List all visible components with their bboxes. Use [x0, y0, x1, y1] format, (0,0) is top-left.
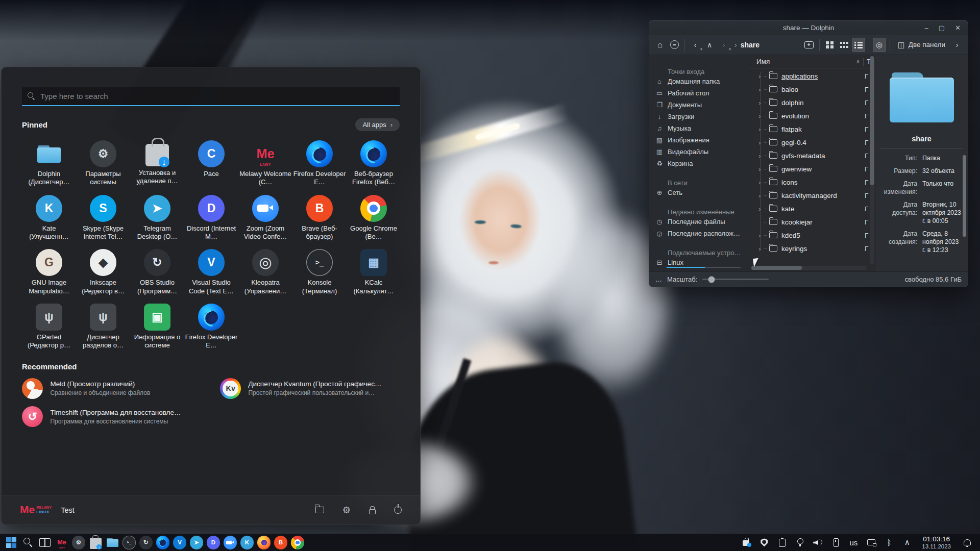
app-zoom[interactable]: Zoom (Zoom Video Confe… [238, 195, 292, 241]
notifications-bell-icon[interactable] [964, 539, 971, 545]
file-row[interactable]: › dolphin Г [749, 96, 875, 109]
app-system-settings[interactable]: ⚙ Параметры системы [76, 140, 130, 187]
back-button[interactable]: ‹ ▾ [689, 38, 702, 52]
settings-gear-icon[interactable]: ⚙ [342, 506, 351, 515]
keyboard-layout[interactable]: us [848, 537, 859, 547]
file-row[interactable]: › baloo Г [749, 83, 875, 96]
search-input[interactable] [39, 91, 395, 101]
file-row[interactable]: › kactivitymanagerd Г [749, 189, 875, 202]
task-konsole[interactable]: >_ [122, 536, 136, 550]
app-konsole[interactable]: >_ Konsole (Терминал) [292, 249, 347, 295]
task-obs[interactable]: ↻ [139, 536, 153, 550]
user-folder-button[interactable] [668, 38, 681, 52]
place-recent-files[interactable]: ◷ Последние файлы [649, 216, 749, 228]
breadcrumb[interactable]: › share [734, 41, 760, 49]
app-discord[interactable]: D Discord (Internet M… [184, 195, 238, 241]
task-firefox-developer[interactable] [156, 536, 170, 550]
places-header-network[interactable]: В сети [649, 173, 749, 187]
virtual-desktops[interactable] [38, 536, 52, 550]
updates-icon[interactable] [741, 537, 751, 547]
expand-icon[interactable]: › [756, 86, 763, 93]
expand-icon[interactable]: › [756, 165, 763, 173]
task-telegram[interactable]: ➤ [189, 536, 204, 550]
file-row[interactable]: › keyrings Г [749, 242, 875, 255]
maximize-button[interactable]: ▢ [939, 24, 945, 32]
app-pace[interactable]: C Pace [184, 140, 238, 187]
app-kate[interactable]: K Kate (Улучшенн… [22, 195, 76, 241]
info-scrollbar[interactable] [963, 155, 966, 237]
file-row[interactable]: › gegl-0.4 Г [749, 136, 875, 149]
task-chrome[interactable] [290, 536, 305, 550]
app-inkscape[interactable]: ◆ Inkscape (Редактор в… [76, 249, 130, 295]
start-button[interactable] [4, 536, 18, 550]
screen-share-icon[interactable] [866, 537, 876, 547]
expand-icon[interactable]: › [756, 179, 763, 186]
split-view-button[interactable]: ◫ Две панели [894, 38, 949, 52]
security-icon[interactable] [759, 537, 769, 547]
place-videos[interactable]: ▥ Видеофайлы [649, 146, 749, 158]
search-button[interactable] [21, 536, 35, 550]
app-melawy-welcome[interactable]: Me LAWY Melawy Welcome (C… [238, 140, 292, 187]
file-row[interactable]: › applications Г [749, 69, 875, 83]
eject-icon[interactable]: ⏏ [740, 271, 745, 271]
rec-meld[interactable]: Meld (Просмотр различий) Сравнение и объ… [22, 378, 202, 399]
task-dolphin[interactable] [105, 536, 119, 550]
tray-expand-icon[interactable]: ∧ [902, 537, 912, 547]
app-kcalc[interactable]: ▦ KCalc (Калькулят… [347, 249, 401, 295]
volume-icon[interactable] [813, 537, 823, 547]
place-music[interactable]: ♫ Музыка [649, 122, 749, 134]
file-list-header[interactable]: Имя ∧ Т [749, 55, 875, 68]
column-name[interactable]: Имя [756, 58, 856, 65]
app-firefox-developer[interactable]: Firefox Developer E… [292, 140, 347, 187]
file-row[interactable]: › kcookiejar Г [749, 215, 875, 229]
lock-icon[interactable] [369, 509, 376, 514]
removable-device-icon[interactable] [830, 537, 841, 547]
horizontal-scrollbar[interactable] [751, 266, 867, 270]
task-kate[interactable]: K [240, 536, 254, 550]
place-network[interactable]: ⊕ Сеть [649, 187, 749, 198]
file-row[interactable]: › gwenview Г [749, 162, 875, 176]
clock[interactable]: 01:03:16 13.11.2023 [922, 535, 951, 550]
task-zoom[interactable] [223, 536, 237, 550]
expand-icon[interactable]: › [756, 192, 763, 199]
task-firefox[interactable] [257, 536, 271, 550]
bluetooth-icon[interactable]: ᛒ [884, 537, 894, 547]
expand-icon[interactable]: › [756, 205, 763, 213]
app-dolphin[interactable]: Dolphin (Диспетчер… [22, 140, 76, 187]
expand-icon[interactable]: › [756, 232, 763, 239]
toolbar-more-button[interactable]: › [950, 38, 964, 52]
close-button[interactable]: ✕ [955, 24, 961, 32]
file-row[interactable]: › flatpak Г [749, 122, 875, 136]
compact-view-button[interactable] [838, 38, 851, 52]
place-trash[interactable]: ♻ Корзина [649, 158, 749, 169]
expand-icon[interactable]: › [756, 72, 763, 80]
app-telegram[interactable]: ➤ Telegram Desktop (O… [130, 195, 184, 241]
places-header-devices[interactable]: Подключаемые устройства [649, 243, 749, 257]
places-header-entry-points[interactable]: Точки входа [649, 62, 749, 76]
task-software-install[interactable]: ↓ [88, 536, 103, 550]
expand-icon[interactable]: › [756, 152, 763, 160]
melawy-launcher[interactable]: Me LAWY [55, 536, 69, 550]
app-gimp[interactable]: G GNU Image Manipulatio… [22, 249, 76, 295]
file-row[interactable]: › kate Г [749, 202, 875, 215]
file-manager-icon[interactable] [315, 507, 324, 513]
search-bar[interactable] [22, 87, 400, 106]
clipboard-icon[interactable] [777, 537, 787, 547]
file-row[interactable]: › icons Г [749, 176, 875, 189]
app-software-install[interactable]: ↓ Установка и удаление п… [130, 140, 184, 187]
expand-icon[interactable]: › [756, 99, 763, 107]
vertical-scrollbar[interactable] [870, 56, 874, 264]
minimize-button[interactable]: – [925, 24, 928, 32]
app-chrome[interactable]: Google Chrome (Ве… [347, 195, 401, 241]
column-divider[interactable] [863, 58, 864, 66]
file-row[interactable]: › evolution Г [749, 109, 875, 122]
home-button[interactable]: ⌂ [653, 38, 667, 52]
zoom-slider-knob[interactable] [708, 276, 715, 283]
task-vscode[interactable]: V [173, 536, 187, 550]
app-brave[interactable]: B Brave (Веб-браузер) [292, 195, 347, 241]
file-row[interactable]: › kded5 Г [749, 229, 875, 242]
app-obs[interactable]: ↻ OBS Studio (Программ… [130, 249, 184, 295]
device-linux[interactable]: ⊟ Linux [649, 257, 749, 268]
breadcrumb-location[interactable]: share [741, 41, 760, 49]
device-home[interactable]: ⊟ Home ⏏ [649, 268, 749, 271]
